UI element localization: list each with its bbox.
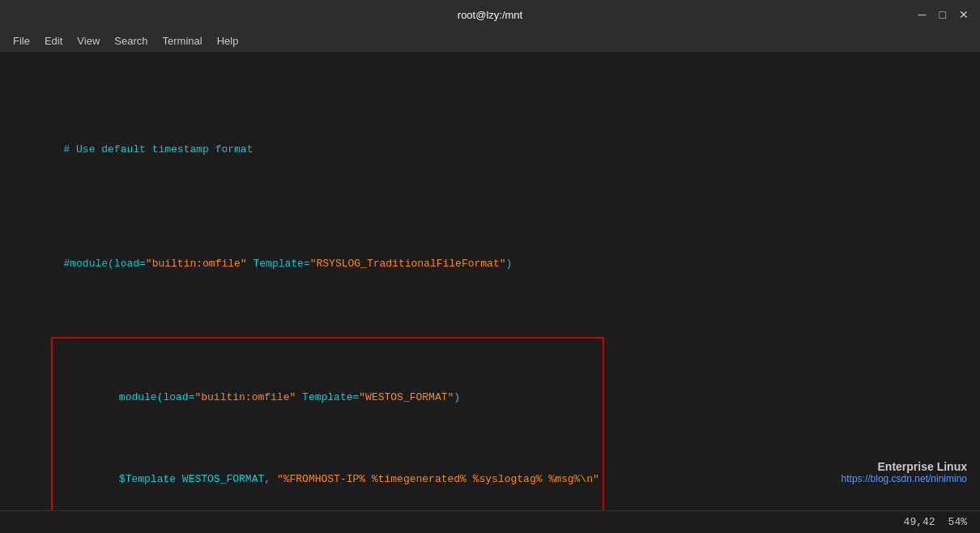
maximize-button[interactable]: □ xyxy=(935,6,951,23)
terminal-body[interactable]: # Use default timestamp format #module(l… xyxy=(0,52,980,510)
status-bar: 49,42 54% xyxy=(0,510,980,533)
highlighted-block-1: module(load="builtin:omfile" Template="W… xyxy=(51,337,604,510)
line-1: # Use default timestamp format xyxy=(13,126,967,174)
terminal-window: root@lzy:/mnt ─ □ ✕ File Edit View Searc… xyxy=(0,0,980,533)
window-controls: ─ □ ✕ xyxy=(914,6,974,23)
line-2-text: #module(load="builtin:omfile" Template="… xyxy=(63,258,512,270)
menu-view[interactable]: View xyxy=(70,33,106,49)
code-area: # Use default timestamp format #module(l… xyxy=(13,60,967,510)
scroll-percent: 54% xyxy=(948,516,967,528)
menu-bar: File Edit View Search Terminal Help xyxy=(0,29,980,52)
close-button[interactable]: ✕ xyxy=(954,6,974,23)
cursor-position: 49,42 xyxy=(904,516,935,528)
menu-terminal[interactable]: Terminal xyxy=(156,33,209,49)
line-2: #module(load="builtin:omfile" Template="… xyxy=(13,240,967,288)
watermark-url: https://blog.csdn.net/ninimino xyxy=(842,473,967,484)
window-title: root@lzy:/mnt xyxy=(458,9,522,21)
watermark-title: Enterprise Linux xyxy=(842,460,967,473)
watermark: Enterprise Linux https://blog.csdn.net/n… xyxy=(842,460,967,484)
block1-line2: $Template WESTOS_FORMAT, "%FROMHOST-IP% … xyxy=(56,454,599,503)
menu-search[interactable]: Search xyxy=(108,33,154,49)
line-1-text: # Use default timestamp format xyxy=(63,143,253,156)
minimize-button[interactable]: ─ xyxy=(914,6,931,23)
title-bar: root@lzy:/mnt ─ □ ✕ xyxy=(0,0,980,29)
block1-line1: module(load="builtin:omfile" Template="W… xyxy=(56,373,599,422)
menu-file[interactable]: File xyxy=(6,33,36,49)
menu-edit[interactable]: Edit xyxy=(38,33,69,49)
menu-help[interactable]: Help xyxy=(211,33,245,49)
